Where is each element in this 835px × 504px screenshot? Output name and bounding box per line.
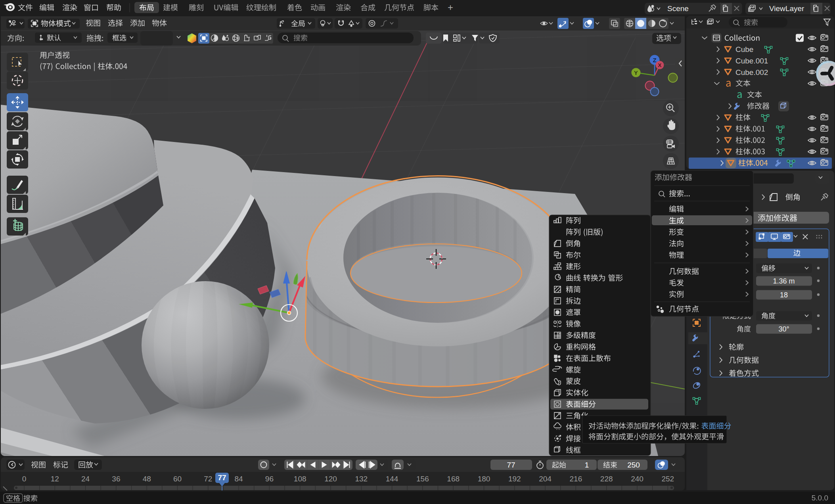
svg-text:X: X: [658, 62, 661, 68]
svg-text:204: 204: [539, 475, 552, 483]
svg-text:72: 72: [204, 475, 212, 483]
svg-text:108: 108: [294, 475, 306, 483]
svg-text:132: 132: [355, 475, 368, 483]
svg-text:96: 96: [265, 475, 274, 483]
svg-text:Cube: Cube: [735, 45, 753, 54]
svg-text:ViewLayer: ViewLayer: [769, 4, 804, 13]
svg-text:252: 252: [661, 475, 674, 483]
svg-text:12: 12: [51, 475, 59, 483]
svg-text:120: 120: [324, 475, 337, 483]
svg-text:216: 216: [570, 475, 582, 483]
svg-text:240: 240: [631, 475, 643, 483]
svg-text:Cube.002: Cube.002: [735, 68, 768, 77]
svg-text:18: 18: [780, 291, 788, 299]
svg-text:Z: Z: [653, 57, 656, 63]
svg-text:168: 168: [447, 475, 460, 483]
svg-text:84: 84: [235, 475, 243, 483]
svg-text:77: 77: [507, 461, 515, 469]
svg-text:192: 192: [508, 475, 521, 483]
svg-text:30°: 30°: [778, 325, 789, 333]
svg-text:0: 0: [22, 475, 27, 483]
svg-text:36: 36: [112, 475, 120, 483]
svg-text:1: 1: [585, 461, 589, 469]
svg-text:228: 228: [600, 475, 613, 483]
svg-text:48: 48: [143, 475, 151, 483]
svg-text:Y: Y: [634, 70, 638, 76]
svg-text:180: 180: [478, 475, 490, 483]
svg-text:250: 250: [627, 461, 640, 469]
svg-text:Cube.001: Cube.001: [735, 57, 768, 65]
svg-text:77: 77: [218, 473, 226, 482]
svg-text:1.36 m: 1.36 m: [773, 277, 795, 285]
svg-text:156: 156: [416, 475, 429, 483]
svg-text:60: 60: [173, 475, 182, 483]
svg-text:5.0.0: 5.0.0: [812, 494, 828, 502]
svg-text:Scene: Scene: [667, 4, 689, 13]
svg-text:+: +: [448, 2, 453, 13]
svg-text:144: 144: [386, 475, 398, 483]
svg-text:24: 24: [81, 475, 90, 483]
